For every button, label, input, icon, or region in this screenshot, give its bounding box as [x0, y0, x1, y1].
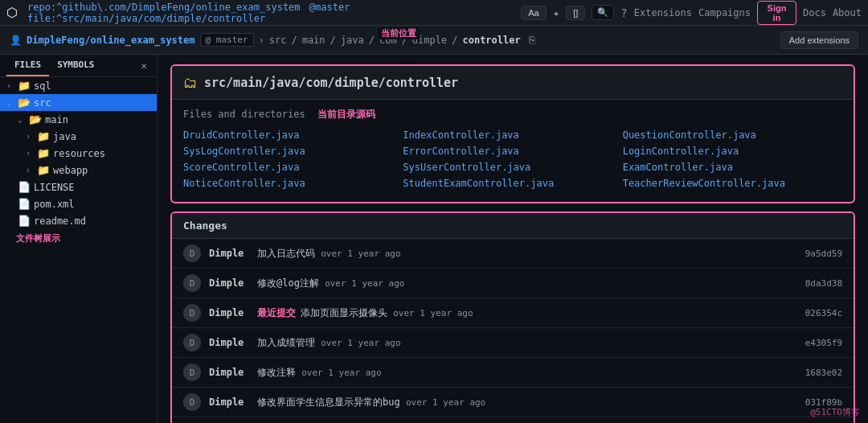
sidebar-close-button[interactable]: ✕	[137, 55, 150, 76]
breadcrumb-java[interactable]: java	[341, 35, 364, 46]
change-author[interactable]: Dimple	[209, 337, 249, 348]
change-time: over 1 year ago	[406, 397, 485, 408]
tree-item-license[interactable]: 📄 LICENSE	[0, 179, 157, 195]
file-link-syslog[interactable]: SysLogController.java	[183, 144, 403, 158]
file-link-question[interactable]: QuestionController.java	[623, 128, 842, 142]
change-message: 最近提交添加页面显示摄像头 over 1 year ago	[257, 306, 786, 320]
github-logo-icon: ⬡	[6, 5, 18, 20]
file-link-studentexam[interactable]: StudentExamController.java	[403, 176, 622, 191]
change-message: 修改@log注解 over 1 year ago	[257, 277, 786, 290]
file-link-index[interactable]: IndexController.java	[403, 128, 622, 142]
change-message: 加入日志代码 over 1 year ago	[257, 247, 786, 261]
change-time: over 1 year ago	[321, 338, 400, 348]
tree-item-readme[interactable]: 📄 readme.md	[0, 212, 157, 229]
current-path-title: src/main/java/com/dimple/controller	[204, 76, 458, 90]
topbar: ⬡ repo:^github\.com/DimpleFeng/online_ex…	[0, 0, 868, 26]
folder-icon: 📁	[37, 164, 50, 176]
breadcrumb-main[interactable]: main	[302, 35, 326, 46]
change-row: D Dimple 加入成绩管理 over 1 year ago e4305f9	[172, 328, 854, 358]
folder-icon: 📁	[37, 147, 50, 159]
change-author[interactable]: Dimple	[209, 248, 249, 259]
file-link-exam[interactable]: ExamController.java	[623, 160, 842, 175]
topbar-repo-path: repo:^github\.com/DimpleFeng/online_exam…	[27, 2, 508, 24]
file-link-notice[interactable]: NoticeController.java	[183, 176, 403, 191]
content-area: 🗂 src/main/java/com/dimple/controller Fi…	[158, 55, 868, 423]
chevron-right-icon: ›	[6, 81, 14, 90]
file-link-score[interactable]: ScoreController.java	[183, 160, 403, 175]
change-hash[interactable]: 026354c	[794, 308, 842, 318]
folder-icon: 📁	[18, 80, 31, 92]
tree-item-java[interactable]: › 📁 java	[0, 128, 157, 145]
change-time: over 1 year ago	[393, 308, 473, 318]
bracket-button[interactable]: []	[566, 6, 585, 20]
change-hash[interactable]: 1683e02	[794, 368, 842, 378]
file-link-druid[interactable]: DruidController.java	[183, 128, 403, 142]
changes-panel: Changes D Dimple 加入日志代码 over 1 year ago …	[170, 212, 855, 423]
files-label: Files and directories 当前目录源码	[183, 108, 842, 121]
tree-item-webapp[interactable]: › 📁 webapp	[0, 162, 157, 179]
sidebar: FILES SYMBOLS ✕ › 📁 sql ⌄ 📂 src ⌄ 📂 main…	[0, 55, 158, 423]
change-hash[interactable]: 8da3d38	[794, 278, 842, 289]
docs-link[interactable]: Docs	[803, 7, 826, 18]
change-row: D Dimple 修改界面学生信息显示异常的bug over 1 year ag…	[172, 388, 854, 417]
avatar: D	[183, 334, 201, 351]
signin-button[interactable]: Sign in	[757, 1, 796, 25]
change-author[interactable]: Dimple	[209, 396, 249, 408]
folder-icon: 📁	[37, 130, 50, 142]
tab-files[interactable]: FILES	[6, 55, 49, 76]
breadcrumb-controller[interactable]: controller	[462, 35, 520, 46]
tree-item-sql[interactable]: › 📁 sql	[0, 77, 157, 94]
change-time: over 1 year ago	[321, 248, 400, 259]
change-row: D Dimple 修复试题选择出现的bug over 1 year ago 3f…	[172, 417, 854, 423]
avatar: D	[183, 393, 201, 411]
avatar: D	[183, 363, 201, 381]
repo-name[interactable]: DimpleFeng/online_exam_system	[27, 35, 195, 46]
file-link-teacherreview[interactable]: TeacherReviewController.java	[623, 176, 842, 191]
file-icon: 📄	[18, 215, 31, 227]
change-hash[interactable]: 9a5dd59	[794, 248, 842, 259]
file-icon: 📄	[18, 198, 31, 210]
campaigns-link[interactable]: Campaigns	[698, 7, 751, 18]
change-hash[interactable]: e4305f9	[794, 338, 842, 348]
dimple-avatar-icon: 👤	[10, 35, 22, 46]
branch-badge[interactable]: @ master	[200, 33, 254, 47]
file-panel-header: 🗂 src/main/java/com/dimple/controller	[172, 66, 854, 100]
file-icon: 📄	[18, 181, 31, 193]
folder-icon: 🗂	[183, 74, 198, 91]
change-message: 修改注释 over 1 year ago	[257, 366, 786, 380]
tab-symbols[interactable]: SYMBOLS	[49, 55, 102, 76]
avatar: D	[183, 274, 201, 292]
chevron-right-icon: ›	[26, 166, 34, 175]
breadcrumb-src[interactable]: src	[269, 35, 287, 46]
tree-item-main[interactable]: ⌄ 📂 main	[0, 111, 157, 128]
file-panel-body: Files and directories 当前目录源码 DruidContro…	[172, 100, 854, 202]
avatar: D	[183, 304, 201, 322]
file-link-error[interactable]: ErrorController.java	[403, 144, 622, 158]
file-link-sysuser[interactable]: SysUserController.java	[403, 160, 622, 175]
change-row: D Dimple 最近提交添加页面显示摄像头 over 1 year ago 0…	[172, 298, 854, 328]
file-link-login[interactable]: LoginController.java	[623, 144, 842, 158]
file-tree-annotation: 文件树展示	[0, 229, 157, 248]
changes-header: Changes	[172, 213, 854, 239]
aa-button[interactable]: Aa	[521, 6, 546, 20]
tree-item-src[interactable]: ⌄ 📂 src	[0, 94, 157, 111]
copy-icon[interactable]: ⎘	[529, 34, 535, 46]
watermark: @51CTO博客	[810, 406, 860, 418]
about-link[interactable]: About	[833, 7, 862, 18]
change-author[interactable]: Dimple	[209, 367, 249, 378]
tree-item-resources[interactable]: › 📁 resources	[0, 145, 157, 162]
add-extensions-button[interactable]: Add extensions	[780, 31, 858, 49]
chevron-right-icon: ›	[26, 149, 34, 158]
search-button[interactable]: 🔍	[592, 5, 614, 20]
change-author[interactable]: Dimple	[209, 307, 249, 318]
tree-item-pom[interactable]: 📄 pom.xml	[0, 195, 157, 212]
help-icon[interactable]: ?	[620, 6, 627, 19]
files-annotation: 当前目录源码	[317, 109, 375, 120]
change-author[interactable]: Dimple	[209, 277, 249, 289]
star-icon[interactable]: ✦	[553, 6, 559, 19]
position-annotation: 当前位置	[378, 27, 420, 39]
change-row: D Dimple 修改@log注解 over 1 year ago 8da3d3…	[172, 269, 854, 298]
files-panel: 🗂 src/main/java/com/dimple/controller Fi…	[170, 64, 855, 203]
extensions-link[interactable]: Extensions	[634, 7, 692, 18]
recent-commit-annotation: 最近提交	[257, 307, 296, 318]
